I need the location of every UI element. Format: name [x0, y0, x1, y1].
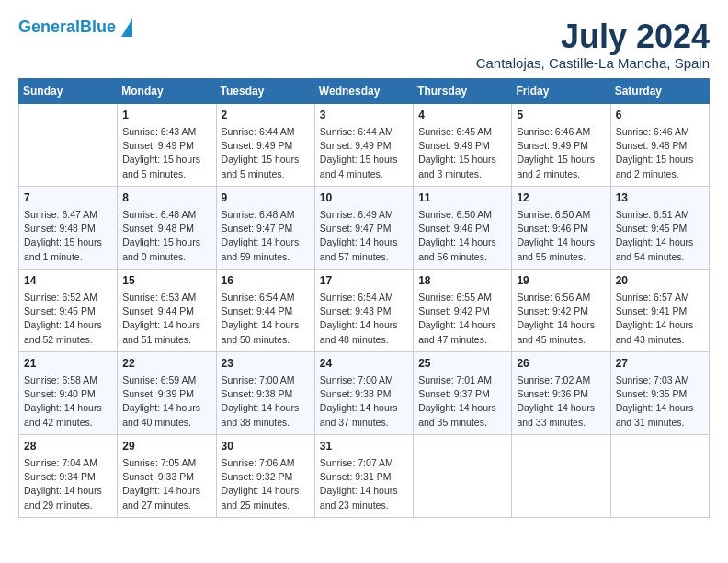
day-number: 31 — [320, 439, 408, 454]
day-info-text: and 33 minutes. — [517, 416, 605, 430]
day-info-text: Daylight: 14 hours — [320, 236, 408, 249]
page-header: GeneralBlue July 2024 Cantalojas, Castil… — [18, 18, 710, 71]
day-info-text: Daylight: 14 hours — [616, 318, 704, 332]
day-info-text: and 3 minutes. — [418, 167, 506, 181]
day-info-text: Sunset: 9:47 PM — [222, 222, 310, 236]
day-number: 1 — [122, 108, 210, 123]
calendar-cell: 13Sunrise: 6:51 AMSunset: 9:45 PMDayligh… — [610, 186, 709, 269]
day-info-text: Sunrise: 6:45 AM — [418, 125, 506, 139]
day-info-text: and 40 minutes. — [122, 416, 210, 430]
logo-blue: Blue — [80, 17, 116, 36]
calendar-cell: 30Sunrise: 7:06 AMSunset: 9:32 PMDayligh… — [216, 434, 314, 517]
day-info-text: Daylight: 14 hours — [122, 318, 210, 332]
day-info-text: and 25 minutes. — [222, 499, 310, 512]
day-info-text: Sunrise: 6:59 AM — [122, 373, 210, 387]
day-number: 24 — [320, 356, 408, 372]
day-info-text: Daylight: 14 hours — [222, 401, 310, 415]
day-info-text: Sunrise: 7:00 AM — [222, 373, 310, 387]
day-number: 21 — [24, 356, 112, 372]
day-info-text: and 27 minutes. — [122, 499, 210, 512]
calendar-cell: 24Sunrise: 7:00 AMSunset: 9:38 PMDayligh… — [314, 351, 413, 434]
logo-triangle-icon — [121, 18, 132, 37]
day-info-text: Sunrise: 6:58 AM — [24, 373, 112, 387]
day-info-text: Sunset: 9:38 PM — [320, 387, 408, 401]
day-info-text: Sunset: 9:33 PM — [122, 470, 210, 484]
day-info-text: Daylight: 15 hours — [24, 236, 112, 249]
day-info-text: Sunset: 9:32 PM — [222, 470, 310, 484]
day-number: 5 — [517, 108, 605, 123]
day-info-text: and 2 minutes. — [517, 167, 605, 181]
day-info-text: Sunrise: 6:46 AM — [616, 125, 704, 139]
day-info-text: and 57 minutes. — [320, 250, 408, 264]
month-title: July 2024 — [476, 18, 710, 55]
calendar-cell: 27Sunrise: 7:03 AMSunset: 9:35 PMDayligh… — [610, 351, 709, 434]
day-info-text: and 43 minutes. — [616, 333, 704, 347]
day-info-text: Sunset: 9:49 PM — [517, 139, 605, 153]
day-info-text: Daylight: 14 hours — [222, 236, 310, 249]
calendar-cell: 28Sunrise: 7:04 AMSunset: 9:34 PMDayligh… — [19, 434, 118, 517]
day-info-text: Sunrise: 6:48 AM — [122, 208, 210, 222]
day-info-text: Daylight: 14 hours — [616, 401, 704, 415]
day-info-text: and 51 minutes. — [122, 333, 210, 347]
calendar-cell: 14Sunrise: 6:52 AMSunset: 9:45 PMDayligh… — [19, 269, 118, 351]
day-number: 9 — [222, 190, 310, 206]
day-info-text: Sunset: 9:34 PM — [24, 470, 112, 484]
day-number: 28 — [24, 439, 112, 454]
calendar-cell: 20Sunrise: 6:57 AMSunset: 9:41 PMDayligh… — [610, 269, 709, 351]
day-info-text: and 5 minutes. — [222, 167, 310, 181]
day-number: 17 — [320, 273, 408, 289]
day-info-text: Sunset: 9:36 PM — [517, 387, 605, 401]
day-info-text: Sunrise: 6:54 AM — [222, 291, 310, 304]
day-info-text: Daylight: 14 hours — [517, 318, 605, 332]
day-info-text: Daylight: 15 hours — [122, 153, 210, 167]
calendar-cell: 6Sunrise: 6:46 AMSunset: 9:48 PMDaylight… — [610, 103, 709, 186]
day-number: 15 — [122, 273, 210, 289]
day-info-text: and 48 minutes. — [320, 333, 408, 347]
calendar-cell: 31Sunrise: 7:07 AMSunset: 9:31 PMDayligh… — [314, 434, 413, 517]
day-info-text: Sunset: 9:35 PM — [616, 387, 704, 401]
day-number: 27 — [616, 356, 704, 372]
day-info-text: and 45 minutes. — [517, 333, 605, 347]
location-title: Cantalojas, Castille-La Mancha, Spain — [476, 55, 710, 71]
day-info-text: Sunrise: 6:54 AM — [320, 291, 408, 304]
calendar-week-4: 21Sunrise: 6:58 AMSunset: 9:40 PMDayligh… — [19, 351, 710, 434]
calendar-week-5: 28Sunrise: 7:04 AMSunset: 9:34 PMDayligh… — [19, 434, 710, 517]
day-info-text: Sunrise: 6:46 AM — [517, 125, 605, 139]
calendar-cell: 19Sunrise: 6:56 AMSunset: 9:42 PMDayligh… — [512, 269, 610, 351]
weekday-header-sunday: Sunday — [19, 78, 118, 103]
day-info-text: Sunrise: 6:50 AM — [517, 208, 605, 222]
day-number: 29 — [122, 439, 210, 454]
day-info-text: Sunset: 9:42 PM — [517, 304, 605, 318]
day-info-text: Sunrise: 6:49 AM — [320, 208, 408, 222]
day-info-text: Daylight: 15 hours — [222, 153, 310, 167]
day-number: 10 — [320, 190, 408, 206]
day-info-text: Daylight: 14 hours — [24, 318, 112, 332]
day-info-text: Sunrise: 6:57 AM — [616, 291, 704, 304]
calendar-week-2: 7Sunrise: 6:47 AMSunset: 9:48 PMDaylight… — [19, 186, 710, 269]
day-info-text: Daylight: 15 hours — [122, 236, 210, 249]
day-info-text: Daylight: 14 hours — [24, 401, 112, 415]
day-info-text: Sunset: 9:49 PM — [418, 139, 506, 153]
day-info-text: and 23 minutes. — [320, 499, 408, 512]
day-info-text: Sunrise: 6:44 AM — [222, 125, 310, 139]
weekday-header-tuesday: Tuesday — [216, 78, 314, 103]
day-info-text: Sunset: 9:46 PM — [517, 222, 605, 236]
day-info-text: Daylight: 14 hours — [222, 318, 310, 332]
day-info-text: Daylight: 15 hours — [517, 153, 605, 167]
day-info-text: Daylight: 14 hours — [418, 318, 506, 332]
day-info-text: and 54 minutes. — [616, 250, 704, 264]
day-number: 6 — [616, 108, 704, 123]
calendar-cell: 16Sunrise: 6:54 AMSunset: 9:44 PMDayligh… — [216, 269, 314, 351]
day-number: 19 — [517, 273, 605, 289]
calendar-cell: 12Sunrise: 6:50 AMSunset: 9:46 PMDayligh… — [512, 186, 610, 269]
day-info-text: Sunrise: 6:50 AM — [418, 208, 506, 222]
day-info-text: and 35 minutes. — [418, 416, 506, 430]
calendar-cell: 17Sunrise: 6:54 AMSunset: 9:43 PMDayligh… — [314, 269, 413, 351]
day-info-text: Sunrise: 7:03 AM — [616, 373, 704, 387]
day-info-text: Sunrise: 6:51 AM — [616, 208, 704, 222]
day-info-text: Sunset: 9:42 PM — [418, 304, 506, 318]
day-info-text: Daylight: 15 hours — [320, 153, 408, 167]
weekday-header-thursday: Thursday — [414, 78, 512, 103]
calendar-cell: 21Sunrise: 6:58 AMSunset: 9:40 PMDayligh… — [19, 351, 118, 434]
calendar-cell: 2Sunrise: 6:44 AMSunset: 9:49 PMDaylight… — [216, 103, 314, 186]
